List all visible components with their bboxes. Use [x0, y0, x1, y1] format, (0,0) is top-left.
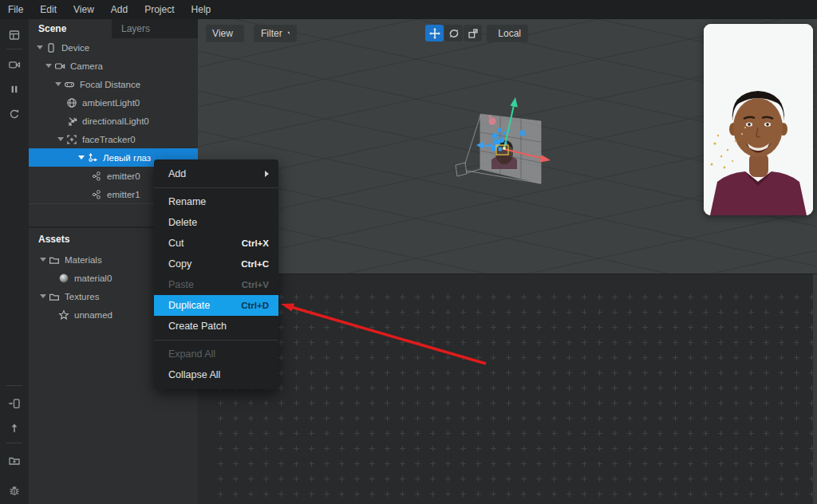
tree-item-label: emitter1 [107, 190, 140, 199]
context-menu-item-expand-all: Expand All [154, 344, 278, 364]
menu-item-shortcut: Ctrl+D [241, 301, 269, 310]
local-space-button[interactable]: Local [487, 25, 528, 42]
context-menu-item-delete[interactable]: Delete [154, 212, 278, 233]
context-menu-item-rename[interactable]: Rename [154, 191, 278, 212]
context-menu-item-duplicate[interactable]: Duplicate Ctrl+D [154, 295, 278, 316]
rotate-icon [448, 27, 460, 40]
emitter-icon [90, 188, 103, 201]
focal-distance-icon [63, 78, 76, 91]
tree-item-label: Camera [70, 61, 103, 71]
menu-item-label: Rename [168, 196, 269, 207]
tree-item-label: ambientLight0 [82, 98, 140, 108]
context-menu-item-paste: Paste Ctrl+V [154, 274, 278, 295]
spark-ar-studio-window: File Edit View Add Project Help [0, 0, 817, 504]
patch-scrollbar[interactable] [813, 274, 817, 504]
filter-dropdown-label: Filter [261, 28, 282, 39]
expand-arrow-icon[interactable] [44, 64, 53, 68]
tree-item-label: Focal Distance [80, 80, 140, 89]
tree-item-focal-distance[interactable]: Focal Distance [29, 75, 198, 93]
tree-item-label: Device [61, 43, 89, 53]
toolbar-divider [6, 49, 22, 49]
view-dropdown[interactable]: View [206, 25, 244, 42]
simulator-preview [704, 24, 813, 215]
patch-editor-canvas[interactable] [198, 274, 817, 504]
expand-arrow-icon[interactable] [38, 258, 48, 262]
asset-item-label: unnamed [74, 310, 112, 320]
directional-light-icon [65, 115, 78, 128]
menu-item-shortcut: Ctrl+C [241, 259, 269, 269]
folder-icon [48, 290, 61, 303]
publish-icon[interactable] [7, 421, 22, 435]
menu-item-label: Add [168, 168, 265, 179]
menu-project[interactable]: Project [144, 4, 174, 15]
filter-dropdown[interactable]: Filter [254, 25, 297, 42]
toolbar-divider [6, 443, 22, 443]
rotate-tool-button[interactable] [444, 25, 463, 41]
context-menu-item-add[interactable]: Add [154, 163, 278, 184]
context-menu-item-create-patch[interactable]: Create Patch [154, 316, 278, 337]
texture-star-icon [57, 309, 70, 321]
context-menu-item-cut[interactable]: Cut Ctrl+X [154, 233, 278, 254]
tab-scene[interactable]: Scene [29, 19, 112, 38]
assets-title: Assets [38, 234, 69, 245]
menu-separator [154, 340, 278, 341]
debug-icon[interactable] [7, 483, 22, 498]
asset-item-label: Materials [65, 255, 102, 265]
restart-icon[interactable] [7, 107, 22, 121]
menu-item-label: Create Patch [168, 321, 269, 332]
menubar: File Edit View Add Project Help [0, 0, 817, 19]
menu-item-label: Duplicate [168, 300, 241, 311]
menu-item-label: Collapse All [168, 369, 269, 380]
menu-edit[interactable]: Edit [40, 4, 57, 15]
tree-item-facetracker0[interactable]: faceTracker0 [29, 130, 198, 148]
camera-icon [53, 60, 66, 73]
chevron-down-icon [287, 31, 290, 36]
menu-help[interactable]: Help [191, 4, 211, 15]
menu-file[interactable]: File [8, 4, 23, 15]
folder-icon [48, 254, 61, 266]
expand-arrow-icon[interactable] [35, 45, 45, 49]
tab-layers[interactable]: Layers [112, 19, 198, 38]
panel-tabs: Scene Layers [29, 19, 198, 38]
patch-grid [198, 274, 817, 504]
context-menu-item-collapse-all[interactable]: Collapse All [154, 364, 278, 385]
toolbar-divider [6, 385, 22, 386]
camera-feed-plane [480, 114, 541, 183]
asset-item-label: material0 [74, 274, 112, 283]
expand-arrow-icon[interactable] [77, 156, 86, 159]
tree-item-label: emitter0 [107, 171, 140, 181]
material-sphere-icon [57, 272, 70, 285]
pause-icon[interactable] [7, 82, 22, 96]
null-object-icon [86, 152, 99, 164]
scale-icon [467, 27, 480, 40]
import-asset-icon[interactable] [7, 453, 22, 467]
emitter-icon [90, 170, 103, 183]
expand-arrow-icon[interactable] [56, 137, 65, 141]
submenu-arrow-icon [265, 171, 269, 177]
tree-item-camera[interactable]: Camera [29, 57, 198, 75]
scale-tool-button[interactable] [464, 25, 482, 41]
menu-add[interactable]: Add [111, 4, 128, 15]
left-toolbar [0, 19, 29, 504]
menu-item-label: Cut [168, 238, 242, 249]
tree-item-label: faceTracker0 [82, 135, 136, 144]
tree-item-directionallight0[interactable]: directionalLight0 [29, 112, 198, 130]
expand-arrow-icon[interactable] [38, 294, 48, 298]
context-menu-item-copy[interactable]: Copy Ctrl+C [154, 254, 278, 274]
menu-item-label: Paste [168, 279, 242, 290]
asset-item-label: Textures [65, 292, 99, 301]
menu-item-label: Expand All [168, 348, 269, 360]
menu-separator [154, 187, 278, 188]
send-to-device-icon[interactable] [7, 396, 22, 411]
view-dropdown-label: View [212, 28, 233, 39]
video-camera-icon[interactable] [7, 57, 22, 72]
menu-view[interactable]: View [73, 4, 94, 15]
camera-preview-face [704, 24, 813, 215]
local-space-label: Local [498, 28, 521, 39]
tree-item-ambientlight0[interactable]: ambientLight0 [29, 93, 198, 112]
tree-item-device[interactable]: Device [29, 38, 198, 57]
expand-arrow-icon[interactable] [53, 82, 63, 86]
layout-panels-icon[interactable] [7, 28, 22, 42]
move-tool-button[interactable] [425, 25, 444, 41]
ambient-light-icon [65, 96, 78, 109]
